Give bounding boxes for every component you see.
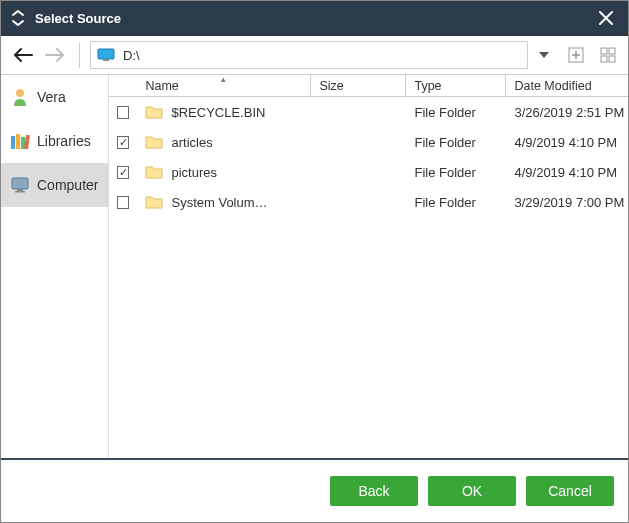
user-icon	[11, 88, 29, 106]
libraries-icon	[11, 132, 29, 150]
sidebar-item-computer[interactable]: Computer	[1, 163, 108, 207]
footer: Back OK Cancel	[1, 458, 628, 522]
file-type: File Folder	[406, 165, 506, 180]
folder-icon	[145, 195, 163, 209]
file-name: $RECYCLE.BIN	[171, 105, 265, 120]
computer-icon	[11, 176, 29, 194]
svg-rect-6	[609, 56, 615, 62]
close-button[interactable]	[592, 4, 620, 32]
svg-rect-4	[609, 48, 615, 54]
sidebar-item-vera[interactable]: Vera	[1, 75, 108, 119]
table-row[interactable]: articlesFile Folder4/9/2019 4:10 PM	[109, 127, 629, 157]
sort-asc-icon: ▴	[221, 74, 226, 84]
file-date: 3/26/2019 2:51 PM	[506, 105, 629, 120]
svg-rect-5	[601, 56, 607, 62]
drive-icon	[97, 48, 115, 62]
column-date[interactable]: Date Modified	[506, 75, 629, 96]
svg-rect-9	[16, 134, 20, 149]
column-size[interactable]: Size	[311, 75, 406, 96]
file-type: File Folder	[406, 135, 506, 150]
sidebar-item-label: Libraries	[37, 133, 91, 149]
toolbar: D:\	[1, 35, 628, 75]
table-row[interactable]: $RECYCLE.BINFile Folder3/26/2019 2:51 PM	[109, 97, 629, 127]
file-date: 4/9/2019 4:10 PM	[506, 165, 629, 180]
folder-icon	[145, 165, 163, 179]
row-checkbox[interactable]	[117, 196, 129, 209]
svg-point-7	[16, 89, 24, 97]
svg-rect-13	[17, 189, 23, 191]
row-checkbox[interactable]	[117, 106, 129, 119]
column-type[interactable]: Type	[406, 75, 506, 96]
file-date: 3/29/2019 7:00 PM	[506, 195, 629, 210]
new-folder-button[interactable]	[564, 41, 588, 69]
row-checkbox[interactable]	[117, 166, 129, 179]
toolbar-separator	[79, 42, 80, 68]
view-grid-button[interactable]	[596, 41, 620, 69]
file-area: ▴ Name Size Type Date Modified $RECYCLE.…	[109, 75, 629, 458]
svg-rect-0	[98, 49, 114, 59]
back-button[interactable]: Back	[330, 476, 418, 506]
file-name: System Volum…	[171, 195, 267, 210]
column-name[interactable]: ▴ Name	[137, 75, 311, 96]
window-title: Select Source	[35, 11, 592, 26]
nav-back-button[interactable]	[9, 41, 37, 69]
titlebar: Select Source	[1, 1, 628, 35]
file-rows: $RECYCLE.BINFile Folder3/26/2019 2:51 PM…	[109, 97, 629, 458]
path-dropdown-button[interactable]	[532, 52, 556, 58]
cancel-button[interactable]: Cancel	[526, 476, 614, 506]
sidebar-item-label: Computer	[37, 177, 98, 193]
file-name: articles	[171, 135, 212, 150]
table-row[interactable]: picturesFile Folder4/9/2019 4:10 PM	[109, 157, 629, 187]
nav-forward-button[interactable]	[41, 41, 69, 69]
row-checkbox[interactable]	[117, 136, 129, 149]
svg-rect-1	[103, 59, 109, 61]
svg-rect-14	[15, 191, 25, 193]
file-name: pictures	[171, 165, 217, 180]
ok-button[interactable]: OK	[428, 476, 516, 506]
sidebar-item-libraries[interactable]: Libraries	[1, 119, 108, 163]
sidebar-item-label: Vera	[37, 89, 66, 105]
folder-icon	[145, 135, 163, 149]
path-box[interactable]: D:\	[90, 41, 528, 69]
column-headers: ▴ Name Size Type Date Modified	[109, 75, 629, 97]
sidebar: Vera Libraries Computer	[1, 75, 109, 458]
main-area: Vera Libraries Computer ▴ Name Size Type…	[1, 75, 628, 458]
svg-rect-8	[11, 136, 15, 149]
file-date: 4/9/2019 4:10 PM	[506, 135, 629, 150]
table-row[interactable]: System Volum…File Folder3/29/2019 7:00 P…	[109, 187, 629, 217]
file-type: File Folder	[406, 195, 506, 210]
svg-rect-3	[601, 48, 607, 54]
app-icon	[9, 9, 27, 27]
svg-rect-12	[12, 178, 28, 189]
file-type: File Folder	[406, 105, 506, 120]
path-text: D:\	[123, 48, 140, 63]
folder-icon	[145, 105, 163, 119]
column-check[interactable]	[109, 75, 137, 96]
